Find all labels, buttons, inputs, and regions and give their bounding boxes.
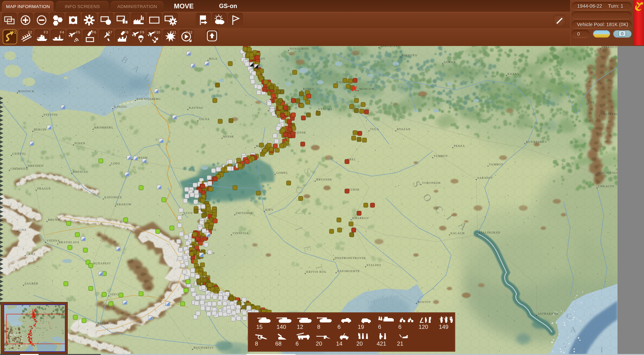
svg-text:KAUNAS: KAUNAS <box>189 106 203 109</box>
svg-text:ZAPOROZHYE: ZAPOROZHYE <box>337 269 360 273</box>
svg-text:STETTIN: STETTIN <box>44 113 58 116</box>
svg-text:KATOWICE: KATOWICE <box>104 196 122 199</box>
svg-text:GOMEL: GOMEL <box>276 171 288 174</box>
svg-text:RZHEV: RZHEV <box>303 87 314 91</box>
svg-text:C: C <box>566 312 573 320</box>
svg-text:DNEPROPETROVSK: DNEPROPETROVSK <box>335 256 366 260</box>
svg-text:PENZA: PENZA <box>454 144 465 148</box>
svg-text:KUYBYSHEV: KUYBYSHEV <box>526 140 547 144</box>
svg-text:MAGNITOGORSK: MAGNITOGORSK <box>598 171 618 174</box>
svg-text:MOSCOW: MOSCOW <box>359 87 374 91</box>
svg-text:GORKY: GORKY <box>444 60 456 64</box>
svg-text:I: I <box>600 345 604 354</box>
svg-text:DRESDEN: DRESDEN <box>28 164 44 167</box>
svg-text:BRATISLAVA: BRATISLAVA <box>59 241 79 244</box>
svg-text:KIEV: KIEV <box>265 208 274 211</box>
svg-text:LODZ: LODZ <box>111 162 120 165</box>
svg-text:PRAGUE: PRAGUE <box>37 187 51 190</box>
svg-text:YAROSLAVL: YAROSLAVL <box>380 46 400 48</box>
svg-text:VILNA: VILNA <box>199 117 210 121</box>
svg-text:NOVGOROD: NOVGOROD <box>289 47 309 50</box>
svg-text:ZAGREB: ZAGREB <box>24 282 38 285</box>
svg-text:KOENIGSBERG: KOENIGSBERG <box>137 97 161 101</box>
svg-text:S: S <box>574 338 580 347</box>
svg-text:LVOV: LVOV <box>184 211 193 215</box>
svg-text:TAMBOV: TAMBOV <box>434 154 448 158</box>
svg-text:MINSK: MINSK <box>223 135 234 138</box>
svg-text:VINNITSA: VINNITSA <box>232 232 249 235</box>
svg-text:KURSK: KURSK <box>348 188 360 191</box>
svg-text:BROMBERG: BROMBERG <box>94 126 113 129</box>
svg-text:BERLIN: BERLIN <box>34 128 46 131</box>
svg-text:TULA: TULA <box>370 128 379 131</box>
svg-text:BRUNN: BRUNN <box>48 218 60 221</box>
svg-text:IVANOVO: IVANOVO <box>402 54 417 57</box>
svg-text:POSEN: POSEN <box>74 142 86 145</box>
svg-text:KRIVOI ROG: KRIVOI ROG <box>306 270 327 273</box>
svg-text:LEIPZIG: LEIPZIG <box>12 152 26 155</box>
svg-text:CHEMNITZ: CHEMNITZ <box>10 167 28 170</box>
svg-text:KHARKOV: KHARKOV <box>352 216 369 220</box>
svg-text:DANZIG: DANZIG <box>114 105 127 108</box>
svg-text:BRYANSK: BRYANSK <box>316 178 332 181</box>
svg-text:UFA: UFA <box>588 101 595 104</box>
svg-text:VIENNA: VIENNA <box>47 239 60 242</box>
svg-text:ASTRAKHAN: ASTRAKHAN <box>538 312 559 315</box>
svg-text:STALINO: STALINO <box>367 263 381 267</box>
svg-text:SARATOV: SARATOV <box>477 176 493 180</box>
svg-text:VORONEZH: VORONEZH <box>422 181 441 185</box>
svg-text:ROSTOV: ROSTOV <box>418 300 431 304</box>
svg-text:KRAKOW: KRAKOW <box>116 203 131 206</box>
svg-text:SVERDLOVSK: SVERDLOVSK <box>601 46 618 49</box>
svg-text:LINZ: LINZ <box>18 228 26 232</box>
svg-text:BELGRADE: BELGRADE <box>98 321 116 325</box>
svg-text:GRAZ: GRAZ <box>26 252 36 256</box>
svg-text:A: A <box>570 325 577 334</box>
svg-text:KAZAN: KAZAN <box>507 72 520 75</box>
svg-text:VYAZMA: VYAZMA <box>318 107 332 111</box>
svg-text:RIGA: RIGA <box>209 57 217 60</box>
svg-text:CHELYABINSK: CHELYABINSK <box>601 112 618 116</box>
svg-text:BUDAPEST: BUDAPEST <box>93 262 111 265</box>
svg-text:STALINGRAD: STALINGRAD <box>479 231 500 234</box>
svg-text:BUCHAREST: BUCHAREST <box>194 346 214 349</box>
svg-text:CHKALOV: CHKALOV <box>598 185 615 188</box>
svg-text:ROSTOCK: ROSTOCK <box>18 90 34 93</box>
svg-text:RYAZAN: RYAZAN <box>397 128 411 131</box>
svg-text:ZHITOMIR: ZHITOMIR <box>236 211 253 215</box>
svg-text:TAMBOY: TAMBOY <box>489 163 503 166</box>
svg-text:BRESLAU: BRESLAU <box>73 170 89 173</box>
svg-text:KALACH: KALACH <box>450 232 465 235</box>
